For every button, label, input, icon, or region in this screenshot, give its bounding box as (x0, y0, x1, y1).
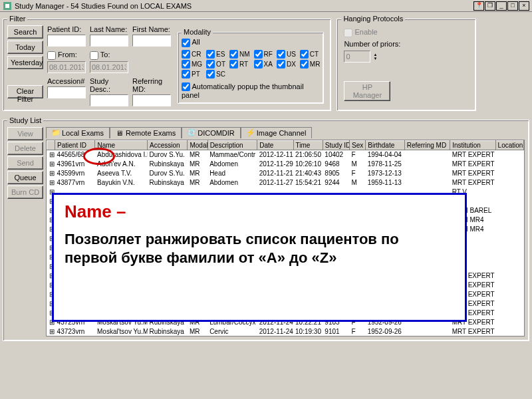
column-institution[interactable]: Institution (450, 140, 495, 150)
expand-icon[interactable]: ⊞ (47, 327, 55, 336)
pin-button[interactable]: 📍 (473, 1, 484, 11)
expand-icon[interactable]: ⊞ (47, 159, 55, 168)
table-header-row: Patient ID Name Accession Modality Descr… (47, 140, 524, 150)
column-modality[interactable]: Modality (188, 140, 207, 150)
tab-local-exams[interactable]: 📁 Local Exams (46, 127, 110, 138)
from-date-input[interactable] (47, 61, 86, 73)
first-name-input[interactable] (132, 35, 171, 47)
patient-id-input[interactable] (47, 35, 86, 47)
filter-legend: Filter (7, 15, 27, 23)
column-accession[interactable]: Accession (148, 140, 188, 150)
column-expand[interactable] (47, 140, 55, 150)
enable-checkbox-label[interactable]: Enable (344, 28, 469, 37)
search-button[interactable]: Search (7, 25, 43, 39)
table-row[interactable]: ⊞43961vrnAdon'ev A.N.RubinskayaMRAbdomen… (47, 159, 524, 168)
column-location[interactable]: Location (495, 140, 523, 150)
table-row[interactable]: ⊞43877vrnBayukin V.N.RubinskayaMRAbdomen… (47, 178, 524, 187)
column-sex[interactable]: Sex (350, 140, 366, 150)
annotation-callout: Name – Позволяет ранжировать список паци… (52, 193, 467, 322)
modality-mg[interactable]: MG (182, 60, 202, 68)
modality-all-checkbox[interactable] (182, 39, 190, 47)
close-button[interactable]: × (519, 1, 529, 11)
window-title: Study Manager - 54 Studies Found on LOCA… (15, 2, 192, 10)
clear-filter-button[interactable]: Clear Filter (7, 85, 43, 98)
priors-label: Number of priors: (344, 40, 469, 48)
patient-id-label: Patient ID: (47, 25, 86, 33)
first-name-label: First Name: (132, 25, 171, 33)
bolt-icon: ⚡ (247, 129, 255, 137)
modality-ct[interactable]: CT (300, 50, 321, 59)
modality-xa[interactable]: XA (254, 60, 273, 68)
annotation-body: Позволяет ранжировать список пациентов п… (65, 230, 454, 267)
accession-label: Accession# (47, 77, 86, 85)
expand-icon[interactable]: ⊞ (47, 150, 55, 159)
today-button[interactable]: Today (7, 41, 43, 54)
modality-nm[interactable]: NM (229, 50, 250, 59)
column-referring-md[interactable]: Referring MD (404, 140, 450, 150)
to-label: To: (100, 51, 110, 59)
to-checkbox[interactable] (90, 51, 98, 60)
hanging-legend: Hanging Protocols (341, 15, 405, 23)
column-study-id[interactable]: Study ID (323, 140, 349, 150)
to-checkbox-label[interactable]: To: (90, 51, 128, 60)
modality-es[interactable]: ES (206, 50, 225, 59)
to-date-input[interactable] (90, 61, 128, 73)
modality-cr[interactable]: CR (182, 50, 202, 59)
modality-mr[interactable]: MR (300, 60, 321, 68)
modality-us[interactable]: US (277, 50, 296, 59)
hanging-protocols-group: Hanging Protocols Enable Number of prior… (336, 15, 476, 111)
column-birthdate[interactable]: Birthdate (366, 140, 404, 150)
study-desc-label: Study Desc.: (90, 77, 128, 93)
column-date[interactable]: Date (257, 140, 293, 150)
auto-popup-checkbox-label[interactable]: Automatically popup the thumbnail panel (182, 82, 320, 100)
modality-rt[interactable]: RT (229, 60, 250, 68)
auto-popup-checkbox[interactable] (182, 82, 190, 91)
minimize-button[interactable]: _ (496, 1, 507, 11)
table-row[interactable]: ⊞43599vrnAseeva T.V.Durov S.Yu.MRHead201… (47, 168, 524, 178)
expand-icon[interactable]: ⊞ (47, 168, 55, 178)
accession-input[interactable] (47, 86, 86, 98)
svg-rect-1 (5, 4, 9, 8)
modality-dx[interactable]: DX (277, 60, 296, 68)
from-checkbox-label[interactable]: From: (47, 51, 86, 60)
column-patient-id[interactable]: Patient ID (55, 140, 95, 150)
last-name-input[interactable] (90, 35, 128, 47)
expand-icon[interactable]: ⊞ (47, 178, 55, 187)
filter-group: Filter Search Today Yesterday Clear Filt… (3, 15, 331, 111)
table-row[interactable]: ⊞43723vrnMoskal'tsov Yu.M.RubinskayaMRCe… (47, 327, 524, 336)
enable-checkbox[interactable] (344, 29, 352, 37)
annotation-title: Name – (65, 201, 454, 222)
queue-button[interactable]: Queue (7, 171, 43, 184)
study-list-legend: Study List (7, 116, 43, 124)
modality-ot[interactable]: OT (206, 60, 225, 68)
from-label: From: (58, 51, 77, 59)
modality-all[interactable]: All (182, 38, 200, 46)
monitor-icon: 🖥 (116, 129, 124, 137)
yesterday-button[interactable]: Yesterday (7, 56, 43, 69)
tab-remote-exams[interactable]: 🖥 Remote Exams (110, 127, 182, 138)
column-time[interactable]: Time (293, 140, 323, 150)
modality-group: Modality All CR ES NM RF US CT MG OT RT … (178, 28, 324, 104)
priors-input[interactable] (344, 51, 370, 63)
modality-sc[interactable]: SC (206, 70, 225, 78)
from-checkbox[interactable] (47, 51, 56, 60)
study-desc-input[interactable] (90, 94, 128, 106)
restore-button[interactable]: ❐ (485, 1, 495, 11)
disc-icon: 💿 (188, 129, 196, 137)
burn-cd-button[interactable]: Burn CD (7, 186, 43, 199)
table-row[interactable]: ⊞44565/68Abdurashidova I.MDurov S.Yu.MRM… (47, 150, 524, 159)
folder-icon: 📁 (52, 129, 60, 137)
column-name[interactable]: Name (95, 140, 148, 150)
column-description[interactable]: Description (207, 140, 257, 150)
view-button[interactable]: View (7, 127, 43, 140)
modality-rf[interactable]: RF (254, 50, 273, 59)
hp-manager-button[interactable]: HP Manager (344, 81, 390, 101)
delete-button[interactable]: Delete (7, 142, 43, 155)
send-button[interactable]: Send (7, 156, 43, 170)
tab-image-channel[interactable]: ⚡ Image Channel (241, 127, 313, 138)
spinner-icon[interactable]: ▲▼ (373, 53, 377, 61)
maximize-button[interactable]: □ (507, 1, 518, 11)
modality-pt[interactable]: PT (182, 70, 202, 78)
ref-md-input[interactable] (132, 94, 171, 106)
tab-dicomdir[interactable]: 💿 DICOMDIR (182, 127, 241, 138)
